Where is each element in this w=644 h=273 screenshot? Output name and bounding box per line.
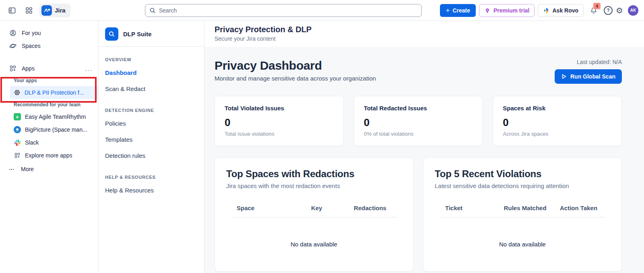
nav-item-help-resources[interactable]: Help & Resources	[105, 182, 204, 198]
stat-title: Total Violated Issues	[225, 105, 334, 112]
plus-icon: +	[446, 6, 450, 14]
column-header-ticket: Ticket	[440, 205, 498, 211]
apps-more-menu-icon[interactable]: ...	[85, 65, 93, 72]
apps-grid-icon	[9, 65, 17, 72]
recommended-heading: Recommended for your team	[0, 99, 98, 110]
table-divider	[440, 217, 605, 217]
ellipsis-icon: ⋯	[8, 166, 16, 172]
table-title: Top Spaces with Redactions	[226, 168, 402, 180]
nav-item-scan-redact[interactable]: Scan & Redact	[105, 81, 204, 97]
notifications-button[interactable]: 4	[587, 4, 601, 17]
column-header-action-taken: Action Taken	[552, 205, 605, 211]
jira-home-link[interactable]: ↗↗ Jira	[39, 4, 70, 17]
nav-item-detection-rules[interactable]: Detection rules	[105, 147, 204, 163]
page-subtitle: Secure your Jira content	[215, 35, 644, 42]
question-icon: ?	[607, 8, 609, 13]
sidebar-item-for-you[interactable]: For you	[0, 27, 98, 39]
table-divider	[231, 217, 397, 217]
stat-title: Spaces at Risk	[503, 105, 612, 112]
sidebar-item-dlp-pii-protection[interactable]: DLP & PII Protection f...	[10, 86, 98, 99]
sidebar-item-more[interactable]: ⋯ More	[0, 163, 98, 176]
stat-card-redacted-issues: Total Redacted Issues 0 0% of total viol…	[354, 96, 483, 146]
column-header-space: Space	[231, 205, 290, 211]
play-icon	[561, 74, 567, 79]
sidebar-item-apps[interactable]: Apps ...	[0, 62, 98, 75]
table-card-recent-violations: Top 5 Recent Violations Latest sensitive…	[423, 157, 622, 272]
stat-caption: Across Jira spaces	[503, 131, 612, 137]
dlp-app-label: DLP & PII Protection f...	[25, 89, 84, 96]
dlp-suite-logo-icon	[105, 27, 118, 41]
dlp-app-icon	[14, 89, 21, 96]
ask-rovo-label: Ask Rovo	[552, 7, 578, 14]
settings-gear-icon[interactable]: ⚙	[616, 6, 623, 14]
planet-icon	[9, 42, 17, 50]
dashboard-title: Privacy Dashboard	[215, 59, 376, 72]
dashboard-subtitle: Monitor and manage sensitive data across…	[215, 75, 376, 82]
dlp-suite-sidebar: DLP Suite OVERVIEW Dashboard Scan & Reda…	[99, 21, 204, 273]
main-sidebar: For you Spaces Apps	[0, 21, 99, 273]
jira-logo-icon: ↗↗	[41, 5, 52, 16]
user-avatar[interactable]: AK	[628, 5, 638, 16]
spaces-label: Spaces	[22, 43, 41, 49]
table-card-top-spaces: Top Spaces with Redactions Jira spaces w…	[215, 157, 413, 272]
stat-value: 0	[503, 116, 612, 129]
your-apps-heading: Your apps	[0, 75, 98, 86]
sidebar-item-bigpicture[interactable]: BigPicture (Space man...	[0, 123, 98, 136]
stat-caption: Total issue violations	[225, 131, 334, 137]
create-button[interactable]: + Create	[440, 4, 476, 17]
sidebar-item-slack[interactable]: Slack	[0, 136, 98, 149]
nav-item-templates[interactable]: Templates	[105, 131, 204, 147]
help-button[interactable]: ?	[604, 6, 613, 15]
gem-icon	[484, 7, 491, 14]
column-header-key: Key	[290, 205, 343, 211]
page-title: Privacy Protection & DLP	[215, 25, 644, 34]
slack-label: Slack	[25, 139, 39, 146]
empty-state-text: No data available	[435, 241, 610, 248]
premium-trial-button[interactable]: Premium trial	[479, 4, 535, 17]
dlp-suite-header: DLP Suite	[99, 21, 204, 47]
more-label: More	[21, 166, 34, 172]
notification-badge: 4	[593, 3, 601, 9]
app-switcher-button[interactable]	[23, 4, 35, 17]
easy-agile-icon: e	[14, 113, 21, 120]
table-title: Top 5 Recent Violations	[435, 168, 610, 180]
column-header-rules-matched: Rules Matched	[498, 205, 552, 211]
for-you-label: For you	[22, 30, 41, 36]
global-search[interactable]	[145, 4, 422, 17]
collapse-sidebar-icon	[8, 6, 16, 14]
stat-value: 0	[225, 116, 334, 129]
stat-caption: 0% of total violations	[364, 131, 473, 137]
page-header: Privacy Protection & DLP Secure your Jir…	[204, 21, 644, 47]
sidebar-item-easy-agile[interactable]: e Easy Agile TeamRhythm	[0, 110, 98, 123]
run-global-scan-button[interactable]: Run Global Scan	[555, 69, 622, 84]
rovo-icon	[543, 7, 549, 14]
bigpicture-icon	[14, 126, 21, 133]
explore-apps-icon	[14, 152, 21, 159]
stat-value: 0	[364, 116, 473, 129]
app-switcher-icon	[25, 7, 33, 14]
run-global-scan-label: Run Global Scan	[570, 73, 615, 80]
section-heading-detection-engine: DETECTION ENGINE	[105, 108, 204, 113]
stat-card-violated-issues: Total Violated Issues 0 Total issue viol…	[215, 96, 344, 146]
table-subtitle: Latest sensitive data detections requiri…	[435, 182, 610, 189]
main-content: Privacy Protection & DLP Secure your Jir…	[204, 21, 644, 273]
dlp-suite-title: DLP Suite	[123, 31, 152, 37]
search-input[interactable]	[159, 7, 417, 14]
premium-trial-label: Premium trial	[493, 7, 529, 14]
table-subtitle: Jira spaces with the most redaction even…	[226, 182, 402, 189]
top-bar: ↗↗ Jira + Create Premium tri	[0, 0, 644, 21]
ask-rovo-button[interactable]: Ask Rovo	[538, 4, 584, 17]
sidebar-item-spaces[interactable]: Spaces	[0, 39, 98, 52]
jira-app-name: Jira	[55, 7, 66, 14]
collapse-sidebar-button[interactable]	[6, 4, 19, 17]
search-icon	[149, 7, 156, 14]
nav-item-dashboard[interactable]: Dashboard	[105, 64, 204, 81]
section-heading-help-resources: HELP & RESOURCES	[105, 175, 204, 180]
bigpicture-label: BigPicture (Space man...	[25, 126, 87, 133]
easy-agile-label: Easy Agile TeamRhythm	[25, 114, 86, 120]
nav-item-policies[interactable]: Policies	[105, 115, 204, 131]
sidebar-item-explore-apps[interactable]: Explore more apps	[0, 149, 98, 162]
empty-state-text: No data available	[226, 241, 402, 248]
stat-card-spaces-at-risk: Spaces at Risk 0 Across Jira spaces	[493, 96, 622, 146]
stat-title: Total Redacted Issues	[364, 105, 473, 112]
